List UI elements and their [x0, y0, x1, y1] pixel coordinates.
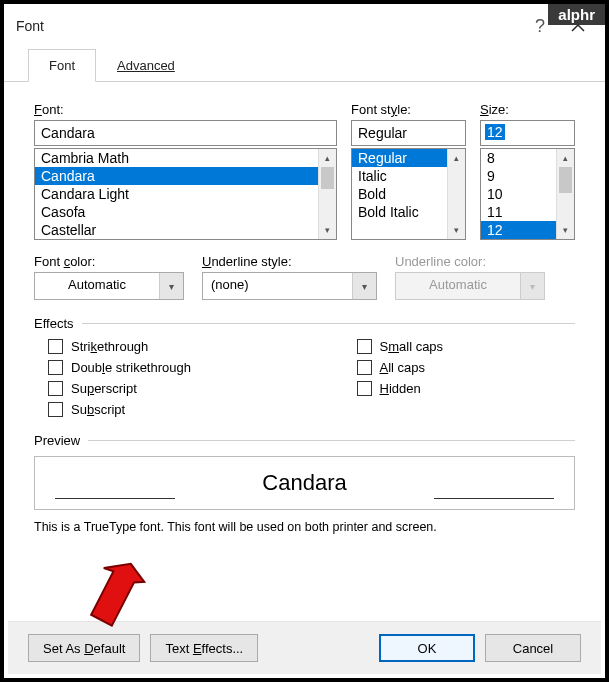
list-item[interactable]: Bold: [352, 185, 447, 203]
preview-box: Candara: [34, 456, 575, 510]
font-input[interactable]: [34, 120, 337, 146]
chevron-down-icon[interactable]: ▾: [352, 273, 376, 299]
titlebar: Font ?: [4, 4, 605, 44]
list-item[interactable]: Cambria Math: [35, 149, 318, 167]
chevron-down-icon[interactable]: ▾: [159, 273, 183, 299]
scroll-thumb[interactable]: [321, 167, 334, 189]
style-listbox[interactable]: Regular Italic Bold Bold Italic ▴ ▾: [351, 148, 466, 240]
ok-button[interactable]: OK: [379, 634, 475, 662]
font-color-combo[interactable]: Automatic ▾: [34, 272, 184, 300]
all-caps-checkbox[interactable]: All caps: [357, 360, 576, 375]
svg-marker-2: [90, 559, 146, 629]
double-strikethrough-checkbox[interactable]: Double strikethrough: [48, 360, 267, 375]
hidden-checkbox[interactable]: Hidden: [357, 381, 576, 396]
text-effects-button[interactable]: Text Effects...: [150, 634, 258, 662]
watermark-badge: alphr: [548, 4, 605, 25]
list-item[interactable]: Regular: [352, 149, 447, 167]
underline-color-combo: Automatic ▾: [395, 272, 545, 300]
style-label: Font style:: [351, 102, 466, 117]
tab-font[interactable]: Font: [28, 49, 96, 82]
tab-advanced[interactable]: Advanced: [96, 49, 196, 82]
scroll-down-icon[interactable]: ▾: [448, 221, 465, 239]
checkbox-icon: [357, 339, 372, 354]
scroll-up-icon[interactable]: ▴: [557, 149, 574, 167]
effects-group-header: Effects: [34, 316, 575, 331]
strikethrough-checkbox[interactable]: Strikethrough: [48, 339, 267, 354]
preview-text: Candara: [262, 470, 346, 496]
set-as-default-button[interactable]: Set As Default: [28, 634, 140, 662]
size-listbox[interactable]: 8 9 10 11 12 ▴ ▾: [480, 148, 575, 240]
small-caps-checkbox[interactable]: Small caps: [357, 339, 576, 354]
cancel-button[interactable]: Cancel: [485, 634, 581, 662]
scroll-thumb[interactable]: [559, 167, 572, 193]
list-item[interactable]: 10: [481, 185, 556, 203]
chevron-down-icon: ▾: [520, 273, 544, 299]
style-input[interactable]: [351, 120, 466, 146]
size-input[interactable]: 12: [480, 120, 575, 146]
scroll-up-icon[interactable]: ▴: [319, 149, 336, 167]
font-listbox[interactable]: Cambria Math Candara Candara Light Casof…: [34, 148, 337, 240]
scroll-down-icon[interactable]: ▾: [319, 221, 336, 239]
font-color-label: Font color:: [34, 254, 184, 269]
list-item[interactable]: 11: [481, 203, 556, 221]
scrollbar[interactable]: ▴ ▾: [447, 149, 465, 239]
list-item[interactable]: Castellar: [35, 221, 318, 239]
checkbox-icon: [48, 402, 63, 417]
checkbox-icon: [48, 360, 63, 375]
list-item[interactable]: 8: [481, 149, 556, 167]
preview-group-header: Preview: [34, 433, 575, 448]
window-title: Font: [16, 18, 519, 34]
checkbox-icon: [48, 381, 63, 396]
checkbox-icon: [357, 360, 372, 375]
superscript-checkbox[interactable]: Superscript: [48, 381, 267, 396]
checkbox-icon: [48, 339, 63, 354]
list-item[interactable]: 9: [481, 167, 556, 185]
list-item[interactable]: 12: [481, 221, 556, 239]
font-label: Font:: [34, 102, 337, 117]
font-type-note: This is a TrueType font. This font will …: [34, 520, 575, 534]
list-item[interactable]: Italic: [352, 167, 447, 185]
scroll-up-icon[interactable]: ▴: [448, 149, 465, 167]
size-label: Size:: [480, 102, 575, 117]
scroll-down-icon[interactable]: ▾: [557, 221, 574, 239]
subscript-checkbox[interactable]: Subscript: [48, 402, 267, 417]
scrollbar[interactable]: ▴ ▾: [318, 149, 336, 239]
underline-color-label: Underline color:: [395, 254, 545, 269]
tab-strip: Font Advanced: [4, 48, 605, 82]
list-item[interactable]: Casofa: [35, 203, 318, 221]
list-item[interactable]: Bold Italic: [352, 203, 447, 221]
scrollbar[interactable]: ▴ ▾: [556, 149, 574, 239]
underline-style-combo[interactable]: (none) ▾: [202, 272, 377, 300]
dialog-button-row: Set As Default Text Effects... OK Cancel: [8, 621, 601, 674]
underline-style-label: Underline style:: [202, 254, 377, 269]
list-item[interactable]: Candara Light: [35, 185, 318, 203]
checkbox-icon: [357, 381, 372, 396]
list-item[interactable]: Candara: [35, 167, 318, 185]
